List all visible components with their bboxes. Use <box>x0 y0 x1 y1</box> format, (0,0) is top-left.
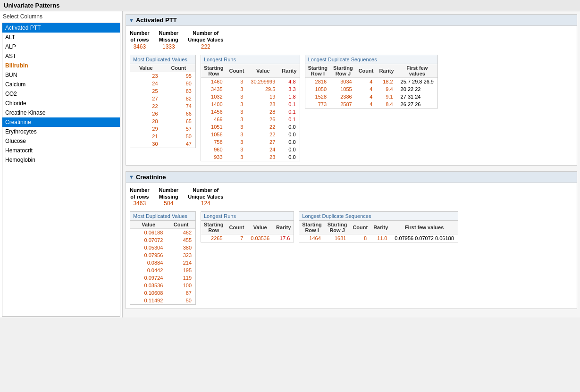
table-row: 2782 <box>130 95 195 102</box>
summary-label: Number ofUnique Values <box>188 187 223 200</box>
sidebar-item-bilirubin[interactable]: Bilirubin <box>2 61 120 70</box>
tables-row: Most Duplicated ValuesValueCount23952490… <box>130 55 573 161</box>
table-cell: 24 <box>130 80 162 87</box>
table-cell: 195 <box>167 267 195 274</box>
sidebar-item-chloride[interactable]: Chloride <box>2 99 120 108</box>
table-row: 0.07072455 <box>130 236 195 244</box>
sub-table-title: Longest Runs <box>201 55 300 64</box>
table-cell: 22 <box>247 131 279 138</box>
summary-row: Numberof rows3463NumberMissing504Number … <box>130 187 573 207</box>
table-row: 226570.0353617.6 <box>201 234 294 242</box>
table-cell: 3 <box>227 138 247 146</box>
table-cell: 65 <box>162 117 195 125</box>
right-panel[interactable]: ▼Activated PTTNumberof rows3463NumberMis… <box>123 11 580 317</box>
section-header: ▼Activated PTT <box>126 15 577 26</box>
table-row: 0.03536100 <box>130 282 195 289</box>
sub-table: Most Duplicated ValuesValueCount0.061884… <box>130 211 196 305</box>
table-row: 7583270.0 <box>201 138 300 146</box>
sidebar-item-activated-ptt[interactable]: Activated PTT <box>2 23 120 33</box>
table-row: 9603240.0 <box>201 146 300 153</box>
table-row: 0.06188462 <box>130 229 195 237</box>
table-row: 28163034418.225.7 29.8 26.9 <box>305 77 437 85</box>
sidebar-item-calcium[interactable]: Calcium <box>2 80 120 89</box>
column-list[interactable]: Activated PTTALTALPASTBilirubinBUNCalciu… <box>2 23 120 317</box>
table-row: 10513220.0 <box>201 123 300 131</box>
summary-cell: NumberMissing504 <box>159 187 179 207</box>
sidebar-item-hemoglobin[interactable]: Hemoglobin <box>2 155 120 165</box>
section-activated-ptt: ▼Activated PTTNumberof rows3463NumberMis… <box>126 14 577 166</box>
collapse-arrow[interactable]: ▼ <box>129 174 134 180</box>
table-cell: 3 <box>227 123 247 131</box>
sub-table: Longest RunsStartingRowCountValueRarity2… <box>201 211 294 242</box>
table-cell: 0.05304 <box>130 244 167 251</box>
sub-table-title: Most Duplicated Values <box>130 55 195 64</box>
table-cell: 0.0 <box>279 123 299 131</box>
table-cell: 28 <box>130 117 162 125</box>
table-row: 0.07956323 <box>130 251 195 259</box>
sub-table: Longest Duplicate SequencesStartingRow I… <box>299 211 458 242</box>
table-cell: 83 <box>162 87 195 95</box>
table-cell: 0.1 <box>279 116 299 123</box>
table-cell: 0.1 <box>279 100 299 108</box>
table-row: 14003280.1 <box>201 100 300 108</box>
table-cell: 0.07956 0.07072 0.06188 <box>391 234 457 242</box>
table-cell: 2386 <box>330 93 356 100</box>
table-cell: 0.1 <box>279 108 299 116</box>
table-cell: 3435 <box>201 85 227 93</box>
sidebar-item-bun[interactable]: BUN <box>2 70 120 80</box>
table-cell: 462 <box>167 229 195 237</box>
table-cell: 22 <box>130 102 162 110</box>
table-cell: 3 <box>227 85 247 93</box>
table-cell: 27 <box>247 138 279 146</box>
table-cell: 323 <box>167 251 195 259</box>
summary-cell: Numberof rows3463 <box>130 30 150 50</box>
data-table: ValueCount0.061884620.070724550.05304380… <box>130 221 195 304</box>
table-cell: 3 <box>227 77 247 85</box>
data-table: StartingRow IStartingRow JCountRarityFir… <box>299 221 457 242</box>
table-cell: 0.10608 <box>130 289 167 297</box>
table-cell: 0.11492 <box>130 297 167 304</box>
table-header: Value <box>247 221 273 234</box>
title-bar: Univariate Patterns <box>0 0 580 11</box>
table-row: 2583 <box>130 87 195 95</box>
table-row: 4693260.1 <box>201 116 300 123</box>
sidebar-item-hematocrit[interactable]: Hematocrit <box>2 146 120 155</box>
table-cell: 25 <box>130 87 162 95</box>
table-cell: 0.0884 <box>130 259 167 267</box>
sidebar-item-alp[interactable]: ALP <box>2 42 120 51</box>
sidebar-item-erythrocytes[interactable]: Erythrocytes <box>2 127 120 136</box>
table-cell: 4 <box>356 77 377 85</box>
summary-label: Numberof rows <box>130 187 150 200</box>
table-cell: 74 <box>162 102 195 110</box>
table-cell: 1460 <box>201 77 227 85</box>
table-row: 0.09724119 <box>130 274 195 282</box>
sidebar-item-creatinine[interactable]: Creatinine <box>2 117 120 127</box>
sidebar-item-alt[interactable]: ALT <box>2 33 120 42</box>
table-cell: 0.0442 <box>130 267 167 274</box>
sidebar-item-creatine-kinase[interactable]: Creatine Kinase <box>2 108 120 117</box>
summary-label: Number ofUnique Values <box>188 30 223 43</box>
left-panel: Select Columns Activated PTTALTALPASTBil… <box>0 11 123 317</box>
sidebar-item-co2[interactable]: CO2 <box>2 89 120 99</box>
table-row: 0.1060887 <box>130 289 195 297</box>
table-header: Count <box>350 221 370 234</box>
sidebar-item-ast[interactable]: AST <box>2 51 120 61</box>
summary-value: 222 <box>188 43 223 50</box>
table-cell: 0.07956 <box>130 251 167 259</box>
sub-table: Longest RunsStartingRowCountValueRarity1… <box>201 55 300 161</box>
sidebar-item-glucose[interactable]: Glucose <box>2 136 120 146</box>
collapse-arrow[interactable]: ▼ <box>129 17 134 23</box>
table-row: 3435329.53.3 <box>201 85 300 93</box>
table-cell: 1051 <box>201 123 227 131</box>
table-cell: 19 <box>247 93 279 100</box>
table-cell: 3 <box>227 146 247 153</box>
table-row: 2957 <box>130 125 195 133</box>
table-cell: 11.0 <box>370 234 391 242</box>
table-cell: 2816 <box>305 77 331 85</box>
table-cell: 87 <box>167 289 195 297</box>
table-cell: 0.07072 <box>130 236 167 244</box>
table-cell: 469 <box>201 116 227 123</box>
table-row: 2395 <box>130 72 195 80</box>
table-cell: 3 <box>227 108 247 116</box>
table-cell: 1055 <box>330 85 356 93</box>
